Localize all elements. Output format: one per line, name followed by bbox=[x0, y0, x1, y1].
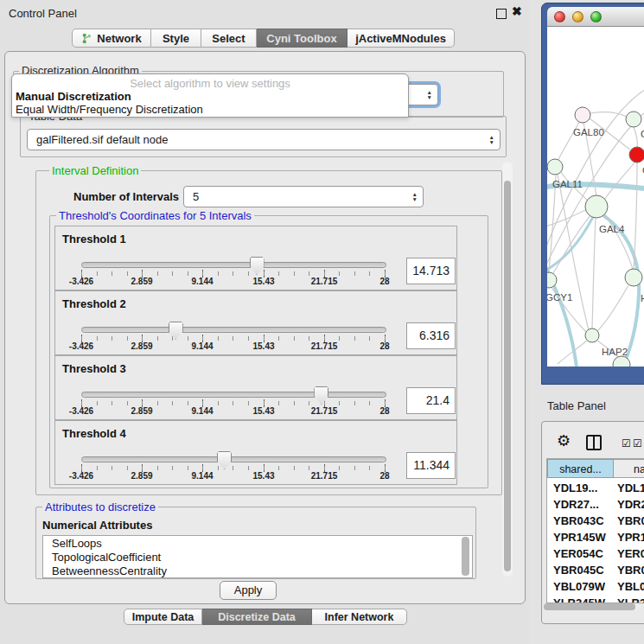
tab-infer-network[interactable]: Infer Network bbox=[312, 609, 407, 625]
number-of-intervals-spinner[interactable]: 5 ▲▼ bbox=[183, 186, 424, 207]
close-traffic-light[interactable] bbox=[554, 11, 565, 22]
cyni-toolbox-panel: Discretization Algorithm ▲▼ Select algor… bbox=[4, 51, 526, 604]
table-row[interactable]: YBL079WYBL0 bbox=[547, 580, 644, 596]
table-panel-title: Table Panel bbox=[547, 399, 606, 412]
network-window-titlebar[interactable] bbox=[547, 7, 644, 27]
table-row[interactable]: YLR345WYLR3 bbox=[547, 596, 644, 603]
tab-style-label: Style bbox=[163, 32, 189, 45]
threshold-1-value-field[interactable]: 14.713 bbox=[406, 258, 456, 284]
dropdown-option-manual[interactable]: Manual Discretization bbox=[16, 90, 131, 103]
table-hscrollbar-track[interactable] bbox=[544, 603, 641, 610]
node-hap2[interactable] bbox=[585, 328, 599, 342]
node-gal80-neighbor[interactable] bbox=[575, 107, 590, 123]
scale-label: 9.144 bbox=[191, 341, 213, 351]
attributes-scrollbar-thumb[interactable] bbox=[462, 537, 469, 576]
settings-scrollbar-thumb[interactable] bbox=[504, 181, 511, 571]
threshold-4-value-field[interactable]: 11.344 bbox=[406, 452, 456, 479]
threshold-2-slider-track[interactable] bbox=[81, 327, 386, 333]
scale-label: 21.715 bbox=[311, 406, 338, 416]
minor-ticks bbox=[81, 271, 386, 276]
table-hscrollbar-thumb[interactable] bbox=[544, 603, 635, 610]
top-tab-bar: Network Style Select Cyni Toolbox jActiv… bbox=[72, 29, 455, 48]
list-item[interactable]: TopologicalCoefficient bbox=[43, 550, 472, 564]
numerical-attributes-list[interactable]: SelfLoops TopologicalCoefficient Between… bbox=[42, 535, 473, 578]
column-header-shared[interactable]: shared... bbox=[547, 459, 614, 478]
cell: YBR045C bbox=[553, 564, 604, 577]
scale-label: 15.43 bbox=[252, 471, 274, 481]
scale-label: 2.859 bbox=[131, 471, 152, 481]
node-selected-red[interactable] bbox=[629, 147, 644, 163]
scale-label: 2.859 bbox=[131, 277, 152, 286]
checkbox-icon[interactable]: ☑ bbox=[622, 437, 631, 450]
node-gal11[interactable] bbox=[547, 159, 563, 175]
threshold-3-panel: Threshold 3 -3.426 2.859 9.144 15.43 21.… bbox=[54, 355, 457, 420]
scale-label: -3.426 bbox=[69, 471, 93, 481]
intervals-value: 5 bbox=[193, 190, 199, 203]
cell: YPR145W bbox=[553, 531, 606, 544]
scale-label: 28 bbox=[379, 341, 389, 351]
tab-select-label: Select bbox=[212, 32, 245, 45]
list-item[interactable]: SelfLoops bbox=[43, 536, 472, 550]
tab-style[interactable]: Style bbox=[151, 29, 201, 48]
network-canvas[interactable]: GAL80 GA C GAL11 GAL4 GCY1 H HAP2 bbox=[547, 27, 644, 367]
node[interactable] bbox=[625, 269, 642, 286]
threshold-3-value-field[interactable]: 21.4 bbox=[406, 387, 456, 414]
close-icon[interactable]: ✖ bbox=[512, 4, 522, 18]
numerical-attributes-label: Numerical Attributes bbox=[42, 519, 152, 532]
tab-discretize-data[interactable]: Discretize Data bbox=[202, 609, 312, 625]
checkbox-icon[interactable]: ☑ bbox=[633, 437, 642, 450]
panel-title: Control Panel bbox=[9, 7, 77, 20]
cell: YLR345W bbox=[553, 596, 605, 603]
node-label-partial: H bbox=[641, 293, 644, 303]
cell: YLR3 bbox=[617, 596, 644, 603]
threshold-3-slider-track[interactable] bbox=[81, 392, 386, 398]
scale-label: 21.715 bbox=[311, 277, 338, 286]
threshold-3-label: Threshold 3 bbox=[62, 362, 126, 375]
list-item[interactable]: BetweennessCentrality bbox=[43, 564, 472, 577]
table-row[interactable]: YBR045CYBR0 bbox=[547, 564, 644, 580]
scale-label: 15.43 bbox=[252, 406, 274, 416]
table-row[interactable]: YDL19...YDL1 bbox=[547, 481, 644, 498]
tab-impute-data[interactable]: Impute Data bbox=[124, 609, 202, 625]
tab-jactivemnodules[interactable]: jActiveMNodules bbox=[348, 29, 455, 48]
scale-label: 9.144 bbox=[191, 277, 213, 286]
attributes-group-label: Attributes to discretize bbox=[42, 501, 158, 513]
table-row[interactable]: YER054CYER0 bbox=[547, 547, 644, 564]
node-label-gal4: GAL4 bbox=[599, 224, 625, 234]
scale-label: -3.426 bbox=[69, 341, 93, 351]
app-root: Control Panel ✖ Network Style Select bbox=[0, 0, 644, 644]
table-data-combobox[interactable]: galFiltered.sif default node ▲▼ bbox=[27, 129, 501, 150]
dropdown-option-equal-width[interactable]: Equal Width/Frequency Discretization bbox=[16, 103, 203, 116]
column-header-name[interactable]: na bbox=[614, 459, 644, 478]
tab-select[interactable]: Select bbox=[201, 29, 257, 48]
minimize-traffic-light[interactable] bbox=[572, 11, 583, 22]
threshold-4-slider-track[interactable] bbox=[81, 456, 386, 462]
node-table[interactable]: shared... na YDL19...YDL1 YDR27...YDR2 Y… bbox=[546, 458, 644, 603]
table-row[interactable]: YPR145WYPR1 bbox=[547, 531, 644, 547]
table-row[interactable]: YDR27...YDR2 bbox=[547, 498, 644, 514]
scale-label: 9.144 bbox=[191, 406, 213, 416]
cell: YBR0 bbox=[617, 564, 644, 577]
node-gal4[interactable] bbox=[585, 195, 608, 218]
threshold-1-slider-track[interactable] bbox=[81, 262, 386, 268]
apply-button[interactable]: Apply bbox=[220, 581, 277, 600]
node-label-gcy1: GCY1 bbox=[547, 292, 572, 303]
threshold-2-value-field[interactable]: 6.316 bbox=[406, 322, 456, 349]
tab-impute-data-label: Impute Data bbox=[132, 611, 194, 623]
zoom-traffic-light[interactable] bbox=[590, 11, 602, 22]
float-window-icon[interactable] bbox=[496, 9, 507, 19]
columns-icon[interactable] bbox=[586, 435, 602, 450]
algorithm-dropdown-popup: Select algorithm to view settings Manual… bbox=[11, 73, 409, 118]
node-label-hap2: HAP2 bbox=[602, 347, 628, 357]
scale-label: -3.426 bbox=[69, 406, 93, 416]
node[interactable] bbox=[626, 112, 641, 127]
tab-cyni-toolbox[interactable]: Cyni Toolbox bbox=[257, 29, 348, 48]
table-data-value: galFiltered.sif default node bbox=[36, 133, 168, 146]
tab-network[interactable]: Network bbox=[72, 29, 151, 48]
node-label-partial: GA bbox=[641, 129, 644, 139]
tab-network-label: Network bbox=[97, 32, 141, 45]
threshold-4-panel: Threshold 4 -3.426 2.859 9.144 15.43 21.… bbox=[54, 420, 457, 485]
table-row[interactable]: YBR043CYBR0 bbox=[547, 514, 644, 531]
gear-icon[interactable]: ⚙ bbox=[557, 431, 571, 450]
threshold-1-label: Threshold 1 bbox=[62, 233, 126, 245]
